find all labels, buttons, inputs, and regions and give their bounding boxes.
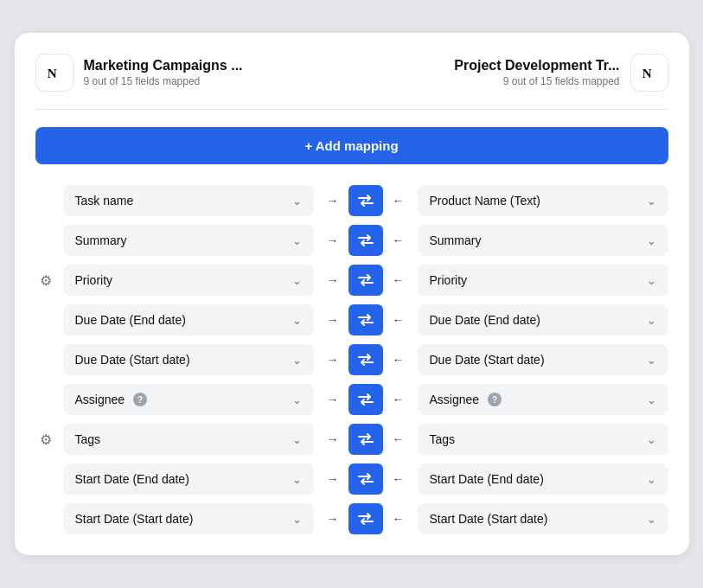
chevron-down-icon-right: ⌄ bbox=[647, 234, 656, 247]
arrows-group: → ← bbox=[321, 503, 411, 534]
left-field-select[interactable]: Start Date (End date) ⌄ bbox=[63, 463, 314, 495]
left-field-label: Summary bbox=[75, 233, 127, 247]
left-field-label: Start Date (Start date) bbox=[75, 512, 194, 526]
header-left-info: Marketing Campaigns ... 9 out of 15 fiel… bbox=[84, 58, 243, 87]
right-field-label: Due Date (Start date) bbox=[430, 353, 545, 367]
left-field-select[interactable]: Task name ⌄ bbox=[63, 185, 314, 216]
left-field-label: Start Date (End date) bbox=[75, 472, 189, 486]
sync-button[interactable] bbox=[348, 503, 383, 534]
divider bbox=[35, 109, 668, 110]
svg-text:N: N bbox=[642, 66, 651, 80]
arrow-left-button[interactable]: ← bbox=[387, 265, 411, 296]
right-field-label: Start Date (End date) bbox=[430, 472, 544, 486]
gear-icon[interactable]: ⚙ bbox=[35, 431, 56, 448]
arrow-left-button[interactable]: ← bbox=[387, 304, 411, 336]
right-field-select[interactable]: Start Date (Start date) ⌄ bbox=[418, 503, 668, 534]
mapping-row: Task name ⌄ → ← Product Name (Text) ⌄ bbox=[35, 185, 668, 216]
chevron-down-icon-right: ⌄ bbox=[647, 274, 656, 287]
left-field-select[interactable]: Due Date (Start date) ⌄ bbox=[63, 344, 314, 375]
header-right-info: Project Development Tr... 9 out of 15 fi… bbox=[454, 58, 619, 87]
mapping-row: Start Date (End date) ⌄ → ← Start Date (… bbox=[35, 463, 668, 495]
arrows-group: → ← bbox=[321, 463, 411, 495]
sync-button[interactable] bbox=[348, 185, 383, 216]
mapping-row: Assignee? ⌄ → ← Assignee? ⌄ bbox=[35, 384, 668, 415]
mapping-row: Summary ⌄ → ← Summary ⌄ bbox=[35, 225, 668, 256]
chevron-down-icon: ⌄ bbox=[292, 314, 302, 327]
sync-button[interactable] bbox=[348, 304, 383, 336]
arrows-group: → ← bbox=[321, 304, 411, 336]
arrow-left-button[interactable]: ← bbox=[387, 344, 411, 375]
arrow-left-button[interactable]: ← bbox=[387, 225, 411, 256]
sync-button[interactable] bbox=[348, 265, 383, 296]
sync-button[interactable] bbox=[348, 344, 383, 375]
chevron-down-icon: ⌄ bbox=[292, 195, 302, 208]
arrow-left-button[interactable]: ← bbox=[387, 503, 411, 534]
mapping-row: Due Date (End date) ⌄ → ← Due Date (End … bbox=[35, 304, 668, 336]
arrow-right-button[interactable]: → bbox=[321, 384, 345, 415]
arrows-group: → ← bbox=[321, 265, 411, 296]
left-field-select[interactable]: Start Date (Start date) ⌄ bbox=[63, 503, 314, 534]
right-field-select[interactable]: Due Date (End date) ⌄ bbox=[418, 304, 668, 336]
header-left: N Marketing Campaigns ... 9 out of 15 fi… bbox=[35, 54, 243, 92]
header: N Marketing Campaigns ... 9 out of 15 fi… bbox=[35, 54, 668, 92]
chevron-down-icon-right: ⌄ bbox=[647, 433, 656, 446]
right-field-label: Due Date (End date) bbox=[430, 313, 540, 327]
right-field-label: Start Date (Start date) bbox=[430, 512, 548, 526]
arrow-left-button[interactable]: ← bbox=[387, 185, 411, 216]
header-right: N Project Development Tr... 9 out of 15 … bbox=[454, 54, 668, 92]
arrows-group: → ← bbox=[321, 424, 411, 455]
main-container: N Marketing Campaigns ... 9 out of 15 fi… bbox=[15, 33, 689, 555]
arrow-right-button[interactable]: → bbox=[321, 185, 345, 216]
left-notion-icon: N bbox=[35, 54, 73, 92]
right-field-select[interactable]: Tags ⌄ bbox=[418, 424, 668, 455]
right-subtitle: 9 out of 15 fields mapped bbox=[454, 75, 619, 87]
arrow-right-button[interactable]: → bbox=[321, 424, 345, 455]
left-field-label: Due Date (Start date) bbox=[75, 353, 190, 367]
sync-button[interactable] bbox=[348, 384, 383, 415]
left-field-select[interactable]: Assignee? ⌄ bbox=[63, 384, 314, 415]
left-field-select[interactable]: Priority ⌄ bbox=[63, 265, 314, 296]
arrow-right-button[interactable]: → bbox=[321, 304, 345, 336]
chevron-down-icon-right: ⌄ bbox=[647, 393, 656, 406]
right-field-select[interactable]: Due Date (Start date) ⌄ bbox=[418, 344, 668, 375]
arrow-right-button[interactable]: → bbox=[321, 225, 345, 256]
right-field-label: Product Name (Text) bbox=[430, 194, 540, 208]
chevron-down-icon: ⌄ bbox=[292, 234, 302, 247]
mapping-rows: Task name ⌄ → ← Product Name (Text) ⌄ Su… bbox=[35, 185, 668, 534]
mapping-row: ⚙ Tags ⌄ → ← Tags ⌄ bbox=[35, 424, 668, 455]
chevron-down-icon-right: ⌄ bbox=[647, 314, 656, 327]
left-field-label: Due Date (End date) bbox=[75, 313, 186, 327]
arrow-left-button[interactable]: ← bbox=[387, 424, 411, 455]
gear-icon[interactable]: ⚙ bbox=[35, 272, 56, 289]
left-title: Marketing Campaigns ... bbox=[84, 58, 243, 74]
arrows-group: → ← bbox=[321, 384, 411, 415]
right-title: Project Development Tr... bbox=[454, 58, 619, 74]
arrow-right-button[interactable]: → bbox=[321, 344, 345, 375]
chevron-down-icon: ⌄ bbox=[292, 354, 302, 367]
right-field-select[interactable]: Product Name (Text) ⌄ bbox=[418, 185, 668, 216]
sync-button[interactable] bbox=[348, 463, 383, 495]
left-field-select[interactable]: Due Date (End date) ⌄ bbox=[63, 304, 314, 336]
add-mapping-button[interactable]: + Add mapping bbox=[35, 127, 668, 164]
right-field-select[interactable]: Priority ⌄ bbox=[418, 265, 668, 296]
right-field-label: Tags bbox=[430, 432, 456, 446]
arrow-right-button[interactable]: → bbox=[321, 265, 345, 296]
right-field-select[interactable]: Assignee? ⌄ bbox=[418, 384, 668, 415]
sync-button[interactable] bbox=[348, 225, 383, 256]
sync-button[interactable] bbox=[348, 424, 383, 455]
arrow-right-button[interactable]: → bbox=[321, 463, 345, 495]
left-field-select[interactable]: Summary ⌄ bbox=[63, 225, 314, 256]
arrow-left-button[interactable]: ← bbox=[387, 463, 411, 495]
right-field-label: Priority bbox=[430, 273, 468, 287]
right-field-select[interactable]: Summary ⌄ bbox=[418, 225, 668, 256]
help-icon-right: ? bbox=[488, 393, 502, 406]
arrows-group: → ← bbox=[321, 225, 411, 256]
arrow-left-button[interactable]: ← bbox=[387, 384, 411, 415]
left-field-label: Priority bbox=[75, 273, 113, 287]
left-field-select[interactable]: Tags ⌄ bbox=[63, 424, 314, 455]
mapping-row: Due Date (Start date) ⌄ → ← Due Date (St… bbox=[35, 344, 668, 375]
arrow-right-button[interactable]: → bbox=[321, 503, 345, 534]
mapping-row: Start Date (Start date) ⌄ → ← Start Date… bbox=[35, 503, 668, 534]
right-field-select[interactable]: Start Date (End date) ⌄ bbox=[418, 463, 668, 495]
left-field-label: Tags bbox=[75, 432, 101, 446]
